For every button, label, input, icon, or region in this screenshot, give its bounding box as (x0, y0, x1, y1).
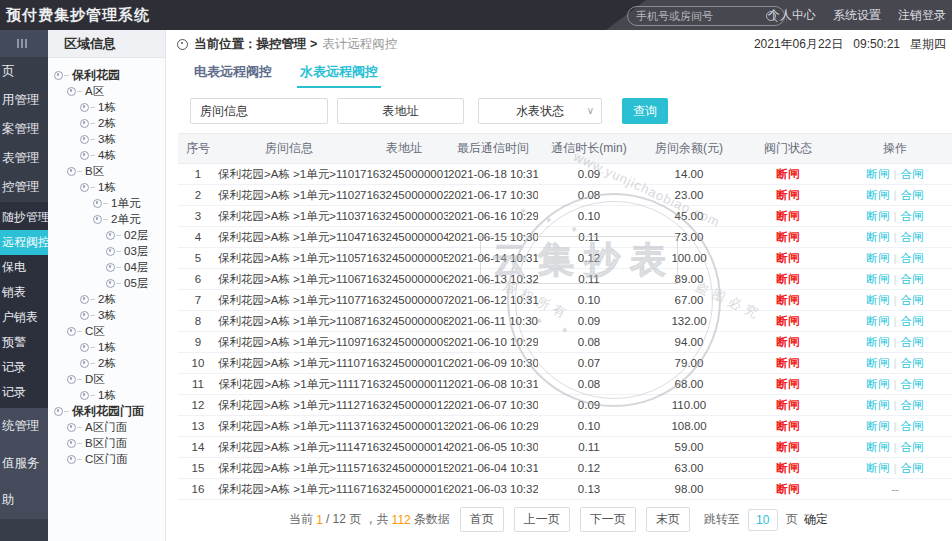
last-page-button[interactable]: 末页 (646, 507, 690, 532)
tree-node[interactable]: 3栋 (48, 131, 165, 147)
tree-node[interactable]: 1单元 (48, 195, 165, 211)
tree-node[interactable]: B区 (48, 163, 165, 179)
close-valve-link[interactable]: 合闸 (901, 315, 924, 327)
first-page-button[interactable]: 首页 (460, 507, 504, 532)
open-valve-link[interactable]: 断闸 (867, 315, 890, 327)
nav-item-2[interactable]: 案管理 (0, 115, 48, 144)
close-valve-link[interactable]: 合闸 (901, 294, 924, 306)
close-valve-link[interactable]: 合闸 (901, 168, 924, 180)
tree-node[interactable]: A区门面 (48, 419, 165, 435)
cell-last-comm-time: 2021-06-05 10:30 (448, 437, 538, 458)
tree-node[interactable]: C区门面 (48, 451, 165, 467)
tree-node[interactable]: 2单元 (48, 211, 165, 227)
tree-node[interactable]: 03层 (48, 243, 165, 259)
nav-item-0[interactable]: 页 (0, 57, 48, 86)
nav-sub-item-2[interactable]: 保电 (0, 255, 48, 280)
tree-node[interactable]: 4栋 (48, 147, 165, 163)
close-valve-link[interactable]: 合闸 (901, 441, 924, 453)
close-valve-link[interactable]: 合闸 (901, 336, 924, 348)
prev-page-button[interactable]: 上一页 (514, 507, 570, 532)
tree-node[interactable]: 2栋 (48, 115, 165, 131)
system-settings-link[interactable]: 系统设置 (833, 7, 881, 24)
nav-sub-item-0[interactable]: 随抄管理 (0, 205, 48, 230)
cell-last-comm-time: 2021-06-11 10:30 (448, 311, 538, 332)
close-valve-link[interactable]: 合闸 (901, 378, 924, 390)
tree-node[interactable]: 1栋 (48, 339, 165, 355)
open-valve-link[interactable]: 断闸 (867, 462, 890, 474)
open-valve-link[interactable]: 断闸 (867, 420, 890, 432)
open-valve-link[interactable]: 断闸 (867, 336, 890, 348)
open-valve-link[interactable]: 断闸 (867, 294, 890, 306)
tree-node[interactable]: 1栋 (48, 179, 165, 195)
tree-node[interactable]: 04层 (48, 259, 165, 275)
user-center-link[interactable]: 个人中心 (768, 7, 816, 24)
jump-confirm-button[interactable]: 确定 (804, 511, 828, 528)
nav-collapse-button[interactable] (0, 30, 48, 57)
nav-sub-item-5[interactable]: 预警 (0, 330, 48, 355)
open-valve-link[interactable]: 断闸 (867, 210, 890, 222)
open-valve-link[interactable]: 断闸 (867, 399, 890, 411)
tree-node[interactable]: 05层 (48, 275, 165, 291)
query-button[interactable]: 查询 (622, 98, 668, 124)
tree-node[interactable]: 保利花园门面 (48, 403, 165, 419)
room-info-input[interactable]: 房间信息 (190, 98, 328, 124)
nav-sub-item-4[interactable]: 户销表 (0, 305, 48, 330)
open-valve-link[interactable]: 断闸 (867, 231, 890, 243)
cell-meter-address: 71632450000001 (360, 164, 448, 185)
close-valve-link[interactable]: 合闸 (901, 357, 924, 369)
jump-page-input[interactable]: 10 (748, 509, 778, 531)
nav-item-4[interactable]: 控管理 (0, 173, 48, 202)
tree-connector (90, 315, 95, 316)
tree-node[interactable]: 2栋 (48, 355, 165, 371)
nav-bottom-item-0[interactable]: 统管理 (0, 408, 48, 445)
nav-sub-item-3[interactable]: 销表 (0, 280, 48, 305)
tree-node[interactable]: 1栋 (48, 99, 165, 115)
tree-node[interactable]: A区 (48, 83, 165, 99)
nav-bottom-group: 统管理值服务助 (0, 408, 48, 519)
tree-node[interactable]: 1栋 (48, 387, 165, 403)
tree-node[interactable]: C区 (48, 323, 165, 339)
open-valve-link[interactable]: 断闸 (867, 441, 890, 453)
open-valve-link[interactable]: 断闸 (867, 378, 890, 390)
open-valve-link[interactable]: 断闸 (867, 273, 890, 285)
tree-node[interactable]: 3栋 (48, 307, 165, 323)
tree-node[interactable]: 2栋 (48, 291, 165, 307)
close-valve-link[interactable]: 合闸 (901, 252, 924, 264)
close-valve-link[interactable]: 合闸 (901, 399, 924, 411)
valve-status-badge: 断闸 (777, 273, 800, 285)
close-valve-link[interactable]: 合闸 (901, 231, 924, 243)
global-search-input[interactable]: 手机号或房间号 (627, 6, 785, 26)
close-valve-link[interactable]: 合闸 (901, 210, 924, 222)
nav-bottom-item-2[interactable]: 助 (0, 482, 48, 519)
table-row: 4保利花园>A栋 >1单元>1104716324500000042021-06-… (178, 227, 952, 248)
open-valve-link[interactable]: 断闸 (867, 189, 890, 201)
nav-bottom-item-1[interactable]: 值服务 (0, 445, 48, 482)
nav-sub-item-6[interactable]: 记录 (0, 355, 48, 380)
cell-valve-status: 断闸 (738, 416, 838, 437)
open-valve-link[interactable]: 断闸 (867, 168, 890, 180)
water-meter-status-select[interactable]: 水表状态 ∨ (478, 98, 602, 124)
nav-item-3[interactable]: 表管理 (0, 144, 48, 173)
tab-electric-valve-control[interactable]: 电表远程阀控 (194, 63, 272, 88)
nav-item-remote-valve-control-active[interactable]: 远程阀控 (0, 230, 48, 255)
close-valve-link[interactable]: 合闸 (901, 462, 924, 474)
tree-node[interactable]: B区门面 (48, 435, 165, 451)
next-page-button[interactable]: 下一页 (580, 507, 636, 532)
close-valve-link[interactable]: 合闸 (901, 420, 924, 432)
meter-address-input[interactable]: 表地址 (337, 98, 464, 124)
cell-meter-address: 71632450000016 (360, 479, 448, 500)
nav-item-1[interactable]: 用管理 (0, 86, 48, 115)
logout-link[interactable]: 注销登录 (898, 7, 946, 24)
open-valve-link[interactable]: 断闸 (867, 357, 890, 369)
tree-node[interactable]: D区 (48, 371, 165, 387)
cell-valve-status: 断闸 (738, 458, 838, 479)
tree-node[interactable]: 保利花园 (48, 67, 165, 83)
tab-water-valve-control[interactable]: 水表远程阀控 (300, 63, 378, 88)
close-valve-link[interactable]: 合闸 (901, 189, 924, 201)
open-valve-link[interactable]: 断闸 (867, 252, 890, 264)
pagination: 当前 1 / 12 页 ，共 112 条数据 首页 上一页 下一页 末页 跳转至… (165, 507, 952, 532)
nav-sub-item-7[interactable]: 记录 (0, 380, 48, 405)
close-valve-link[interactable]: 合闸 (901, 273, 924, 285)
tree-node[interactable]: 02层 (48, 227, 165, 243)
tree-expand-icon (106, 263, 115, 272)
